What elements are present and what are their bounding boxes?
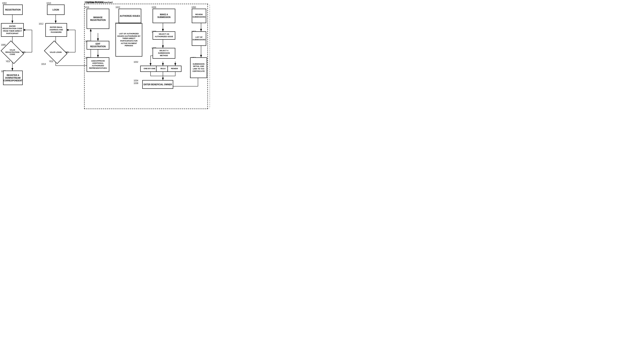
flowchart-diagram: 1002 REGISTRATION 1004 ENTER REGISTRATIO… [0, 0, 214, 116]
label-1022: 1022 [116, 6, 120, 9]
box-renew: RENEW [168, 66, 182, 72]
label-1038: 1038 [134, 82, 138, 84]
portal-right-edge [208, 4, 210, 109]
box-select-authorized: SELECT AN AUTHORIZED ISSUE [152, 31, 175, 40]
box-login: LOGIN [47, 5, 64, 15]
label-1014: 1014 [41, 63, 46, 65]
label-1002: 1002 [2, 2, 6, 4]
box-enter-beneficial: ENTER BENEFICIAL OWNER [142, 80, 173, 89]
box-authorize-issues: AUTHORIZE ISSUES [118, 9, 141, 23]
box-manage-registration: MANAGE REGISTRATION [86, 9, 109, 29]
label-1034: 1034 [134, 79, 138, 82]
box-registration: REGISTRATION [3, 5, 23, 15]
box-enter-email: ENTER EMAIL ADDRESS AND PASSWORD [45, 23, 67, 37]
diamond-valid-reg-code: VALID REGISTRATION CODE [3, 45, 22, 59]
box-add-approve: ADD/APPROVE ADDITIONAL AUTHORIZED REPRES… [86, 57, 109, 72]
box-enter-reg-code: ENTER REGISTRATION CODE FROM THEIR DIREC… [1, 23, 24, 37]
box-list-authorized: LIST OF AUTHORIZED ISSUES (AUTHORIZED BY… [116, 23, 142, 57]
box-list-submissions: LIST OF SUBMISSIONS [192, 31, 206, 46]
label-yes-1006: YES [6, 60, 10, 63]
box-select-method: SELECT A SUBMISSION METHOD [152, 48, 175, 59]
label-no-login: NO [66, 51, 69, 54]
label-1026: 1026 [152, 6, 156, 9]
box-edit-registration: EDIT REGISTRATION [86, 41, 109, 50]
label-yes-1014: YES [49, 60, 53, 63]
label-1012: 1012 [39, 23, 43, 25]
box-make-submission: MAKE A SUBMISSION [152, 9, 175, 23]
box-register-downstream: REGISTER A DOWNSTREAM CORRESPONDENT [3, 71, 23, 85]
label-1016: 1016 [84, 6, 89, 9]
system-portal-label: SYSTEM PORTAL [84, 1, 104, 4]
diamond-valid-login: VALID LOGIN [46, 45, 65, 59]
label-no-1006: NO [22, 51, 25, 54]
label-1050: 1050 [191, 6, 196, 9]
label-1010: 1010 [46, 2, 51, 4]
box-review-submissions: REVIEW SUBMISSIONS [192, 9, 206, 23]
label-1032: 1032 [134, 61, 138, 63]
box-submission-detail: SUBMISSION DETAIL AND LINK TO TAX CERTIF… [190, 57, 207, 78]
